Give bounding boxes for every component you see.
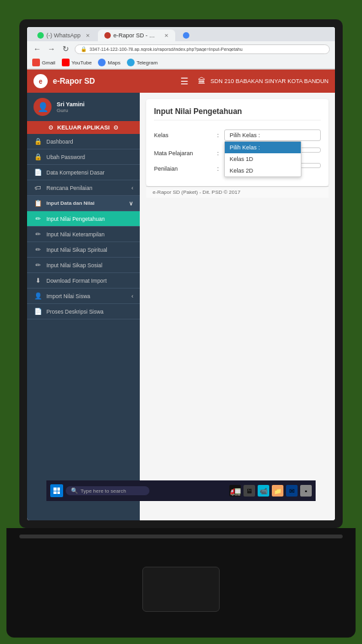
- sidebar-item-label-deskripsi: Proses Deskripsi Siswa: [46, 308, 104, 315]
- taskbar: 🔍 Type here to search 🚛 🖥 📹 📁 ✉ ▪: [46, 480, 316, 501]
- download-icon: ⬇: [33, 277, 43, 284]
- logout-icon-right: ⊙: [113, 124, 119, 131]
- sidebar-item-download-format[interactable]: ⬇ Download Format Import: [27, 273, 140, 289]
- sidebar-item-label-password: Ubah Password: [46, 154, 85, 160]
- sidebar-item-label-pengetahuan: Input Nilai Pengetahuan: [46, 216, 105, 222]
- sidebar-item-rencana-penilaian[interactable]: 🏷 Rencana Penilaian ‹: [27, 180, 140, 196]
- logout-button[interactable]: ⊙ KELUAR APLIKASI ⊙: [27, 121, 140, 134]
- app-title: e-Rapor SD: [53, 77, 95, 86]
- kelas-colon: :: [217, 129, 219, 138]
- youtube-label: YouTube: [71, 60, 91, 66]
- kelas-dropdown-menu: Pilih Kelas : Kelas 1D Kelas 2D: [224, 141, 301, 177]
- bookmark-maps[interactable]: Maps: [98, 59, 120, 66]
- maps-label: Maps: [108, 60, 120, 66]
- tab-label-whatsapp: (-) WhatsApp: [46, 32, 81, 39]
- tab-new[interactable]: [176, 30, 196, 41]
- sidebar: 👤 Sri Yamini Guru ⊙ KELUAR APLIKASI ⊙: [27, 93, 140, 520]
- browser-chrome: (-) WhatsApp ✕ e-Rapor SD - Direktori...…: [27, 27, 335, 70]
- reload-button[interactable]: ↻: [61, 44, 71, 54]
- taskbar-icon-trucks[interactable]: 🚛: [229, 485, 241, 497]
- mapel-label: Mata Pelajaran: [154, 147, 212, 156]
- footer-text: e-Rapor SD (Paket) - Dit. PSD © 2017: [153, 189, 240, 195]
- user-name: Sri Yamini: [57, 101, 84, 108]
- forward-button[interactable]: →: [46, 44, 57, 54]
- bookmarks-bar: Gmail YouTube Maps Telegram: [27, 57, 335, 69]
- taskbar-icons: 🚛 🖥 📹 📁 ✉ ▪: [229, 485, 312, 497]
- bookmark-gmail[interactable]: Gmail: [32, 59, 55, 66]
- password-icon: 🔒: [33, 153, 43, 160]
- sidebar-item-label-input-data: Input Data dan Nilai: [46, 200, 95, 206]
- sidebar-item-ubah-password[interactable]: 🔒 Ubah Password: [27, 149, 140, 165]
- dropdown-item-label-0: Pilih Kelas :: [230, 144, 260, 151]
- sidebar-item-data-kompetensi[interactable]: 📄 Data Kompetensi Dasar: [27, 165, 140, 180]
- app-logo: e: [33, 74, 48, 88]
- tab-whatsapp[interactable]: (-) WhatsApp ✕: [31, 30, 97, 41]
- search-icon: 🔍: [71, 488, 78, 494]
- dropdown-item-kelas-2d[interactable]: Kelas 2D: [225, 165, 301, 176]
- sidebar-item-input-spiritual[interactable]: ✏ Input Nilai Sikap Spiritual: [27, 242, 140, 258]
- input-data-icon: 📋: [33, 200, 43, 207]
- form-row-kelas: Kelas : Pilih Kelas :: [154, 129, 321, 141]
- taskbar-icon-video[interactable]: 📹: [258, 485, 269, 497]
- taskbar-search[interactable]: 🔍 Type here to search: [66, 486, 149, 495]
- keterampilan-icon: ✏: [33, 231, 43, 238]
- taskbar-icon-mail[interactable]: ✉: [286, 485, 298, 497]
- kelas-dropdown-trigger[interactable]: Pilih Kelas :: [224, 129, 321, 141]
- taskbar-icon-misc[interactable]: ▪: [300, 485, 312, 497]
- gmail-label: Gmail: [42, 60, 55, 66]
- hamburger-icon[interactable]: ☰: [180, 76, 189, 86]
- laptop-hinge: [19, 535, 343, 538]
- mapel-colon: :: [217, 147, 219, 156]
- sidebar-item-label-dashboard: Dashboard: [46, 138, 73, 145]
- laptop-base: [6, 528, 356, 638]
- tab-favicon-new: [183, 32, 189, 39]
- sidebar-item-proses-deskripsi[interactable]: 📄 Proses Deskripsi Siswa: [27, 304, 140, 319]
- kompetensi-icon: 📄: [33, 169, 43, 176]
- content-title: Input Nilai Pengetahuan: [154, 107, 321, 120]
- content-card: Input Nilai Pengetahuan Kelas : Pilih Ke…: [146, 99, 329, 186]
- deskripsi-icon: 📄: [33, 308, 43, 315]
- app-footer: e-Rapor SD (Paket) - Dit. PSD © 2017: [146, 186, 329, 198]
- input-data-chevron: ∨: [129, 200, 133, 207]
- dropdown-item-pilih-kelas[interactable]: Pilih Kelas :: [225, 142, 301, 153]
- sidebar-item-label-download: Download Format Import: [46, 278, 107, 284]
- tab-favicon-erapor: [104, 32, 111, 39]
- dropdown-item-label-1: Kelas 1D: [230, 156, 254, 162]
- sidebar-item-input-pengetahuan[interactable]: ✏ Input Nilai Pengetahuan: [27, 211, 140, 227]
- address-bar-row: ← → ↻ 🔒 3347-114-122-100-78.ap.ngrok.io/…: [27, 41, 335, 57]
- sidebar-item-input-sosial[interactable]: ✏ Input Nilai Sikap Sosial: [27, 258, 140, 273]
- user-info: 👤 Sri Yamini Guru: [27, 93, 140, 121]
- laptop-trackpad[interactable]: [142, 567, 220, 612]
- sidebar-item-input-data[interactable]: 📋 Input Data dan Nilai ∨: [27, 196, 140, 211]
- bookmark-youtube[interactable]: YouTube: [62, 59, 91, 66]
- back-button[interactable]: ←: [32, 44, 43, 54]
- gmail-favicon: [32, 59, 40, 66]
- taskbar-icon-folder[interactable]: 📁: [272, 485, 283, 497]
- telegram-label: Telegram: [137, 60, 158, 66]
- sidebar-item-dashboard[interactable]: 🔒 Dashboard: [27, 134, 140, 149]
- search-placeholder: Type here to search: [81, 488, 126, 494]
- sidebar-item-input-keterampilan[interactable]: ✏ Input Nilai Keterampilan: [27, 227, 140, 242]
- top-nav: e e-Rapor SD ☰ 🏛 SDN 210 BABAKAN SINYAR …: [27, 70, 335, 93]
- logout-label: KELUAR APLIKASI: [57, 124, 110, 131]
- import-chevron: ‹: [131, 293, 133, 299]
- school-name: SDN 210 BABAKAN SINYAR KOTA BANDUN: [211, 78, 329, 84]
- start-button[interactable]: [50, 484, 63, 497]
- sidebar-item-import-nilai[interactable]: 👤 Import Nilai Siswa ‹: [27, 289, 140, 304]
- lock-icon: 🔒: [81, 46, 87, 52]
- tab-close-erapor[interactable]: ✕: [164, 33, 169, 39]
- bookmark-telegram[interactable]: Telegram: [127, 59, 158, 66]
- taskbar-icon-monitor[interactable]: 🖥: [243, 485, 255, 497]
- telegram-favicon: [127, 59, 135, 66]
- penilaian-icon: 🏷: [33, 184, 43, 191]
- sidebar-item-label-keterampilan: Input Nilai Keterampilan: [46, 231, 104, 238]
- tab-erapor[interactable]: e-Rapor SD - Direktori... ✕: [98, 30, 175, 41]
- user-role: Guru: [57, 108, 84, 113]
- kelas-dropdown[interactable]: Pilih Kelas : Pilih Kelas : Kelas 1D: [224, 129, 321, 141]
- dropdown-item-kelas-1d[interactable]: Kelas 1D: [225, 153, 301, 165]
- sidebar-item-label-import: Import Nilai Siswa: [46, 293, 90, 299]
- app-content: e e-Rapor SD ☰ 🏛 SDN 210 BABAKAN SINYAR …: [27, 70, 335, 520]
- penilaian-form-label: Penilaian: [154, 163, 212, 172]
- address-bar[interactable]: 🔒 3347-114-122-100-78.ap.ngrok.io/rapors…: [75, 44, 330, 54]
- tab-close-whatsapp[interactable]: ✕: [86, 33, 90, 39]
